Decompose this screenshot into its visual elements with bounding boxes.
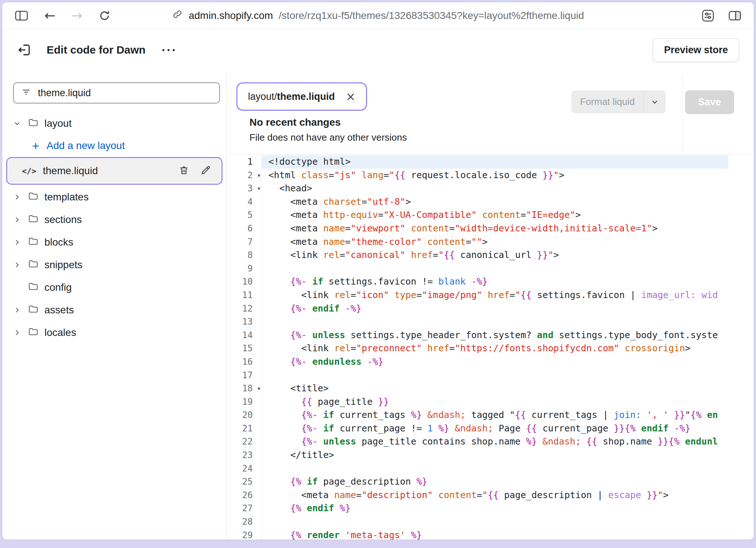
code-line[interactable]: 11 <link rel="icon" type="image/png" hre…: [227, 289, 728, 302]
sidebar-item-locales[interactable]: locales: [2, 321, 227, 344]
sidebar-item-config[interactable]: config: [2, 276, 227, 299]
folder-icon: [28, 236, 39, 249]
code-text: <link rel="canonical" href="{{ canonical…: [262, 248, 728, 262]
preview-store-button[interactable]: Preview store: [653, 38, 739, 62]
format-liquid-button[interactable]: Format liquid: [571, 90, 666, 113]
url-path: /store/rzq1xu-f5/themes/132683530345?key…: [279, 10, 584, 21]
line-number: 10: [227, 275, 262, 289]
sidebar-item-snippets[interactable]: snippets: [2, 254, 227, 276]
line-number: 5: [227, 208, 262, 222]
code-line[interactable]: 13: [227, 315, 728, 329]
more-actions-button[interactable]: ···: [162, 46, 177, 54]
sidebar-toggle-icon[interactable]: [15, 10, 28, 21]
add-layout-button[interactable]: + Add a new layout: [2, 135, 227, 157]
chevron-right-icon[interactable]: [12, 238, 22, 247]
format-options-dropdown[interactable]: [644, 90, 666, 113]
chevron-right-icon[interactable]: [12, 193, 22, 201]
format-liquid-label: Format liquid: [571, 90, 644, 113]
trash-icon[interactable]: [178, 165, 189, 177]
code-line[interactable]: 18▾ <title>: [227, 382, 728, 395]
code-text: <meta name="description" content="{{ pag…: [262, 489, 728, 502]
code-line[interactable]: 23 </title>: [227, 449, 728, 462]
code-line[interactable]: 8 <link rel="canonical" href="{{ canonic…: [227, 248, 728, 262]
browser-right-icons: [701, 9, 741, 22]
sidebar-item-templates[interactable]: templates: [2, 186, 227, 208]
line-number: 2▾: [227, 169, 262, 182]
code-text: {%- if current_tags %} &ndash; tagged "{…: [262, 408, 728, 422]
sidebar-item-theme-liquid[interactable]: </> theme.liquid: [8, 159, 221, 183]
folder-icon: [28, 304, 39, 317]
code-text: [262, 515, 728, 529]
line-number: 20: [227, 408, 262, 422]
active-tab-focus-ring: layout/theme.liquid ×: [236, 82, 367, 111]
code-editor[interactable]: 1<!doctype html>2▾<html class="js" lang=…: [227, 154, 754, 540]
folder-icon: [28, 191, 39, 204]
folder-icon: [28, 281, 39, 294]
code-line[interactable]: 29 {% render 'meta-tags' %}: [227, 529, 728, 540]
code-line[interactable]: 3▾ <head>: [227, 182, 728, 195]
back-icon[interactable]: ←: [44, 9, 55, 22]
fold-chevron-icon[interactable]: ▾: [257, 382, 260, 396]
code-line[interactable]: 7 <meta name="theme-color" content="">: [227, 235, 728, 249]
file-tree: layout + Add a new layout </> theme.liqu…: [2, 112, 227, 344]
edit-icon[interactable]: [200, 165, 211, 177]
code-line[interactable]: 5 <meta http-equiv="X-UA-Compatible" con…: [227, 208, 728, 222]
code-text: <title>: [262, 382, 728, 395]
folder-icon: [28, 326, 39, 340]
forward-icon[interactable]: →: [71, 9, 82, 22]
code-text: <meta http-equiv="X-UA-Compatible" conte…: [262, 208, 728, 222]
tune-icon[interactable]: [701, 9, 714, 22]
fold-chevron-icon[interactable]: ▾: [257, 169, 260, 183]
code-line[interactable]: 4 <meta charset="utf-8">: [227, 195, 728, 209]
close-tab-icon[interactable]: ×: [346, 91, 356, 102]
code-line[interactable]: 9: [227, 262, 728, 275]
line-number: 15: [227, 342, 262, 355]
code-line[interactable]: 1<!doctype html>: [227, 155, 728, 169]
line-number: 3▾: [227, 182, 262, 195]
sidebar-item-assets[interactable]: assets: [2, 299, 227, 321]
tab-theme-liquid[interactable]: layout/theme.liquid ×: [239, 85, 364, 108]
file-search-input[interactable]: [38, 87, 212, 99]
sidebar-item-layout[interactable]: layout: [2, 112, 227, 135]
chevron-right-icon[interactable]: [12, 261, 22, 269]
line-number: 26: [227, 489, 262, 502]
code-line[interactable]: 10 {%- if settings.favicon != blank -%}: [227, 275, 728, 289]
code-lines: 1<!doctype html>2▾<html class="js" lang=…: [227, 155, 728, 540]
chevron-right-icon[interactable]: [12, 215, 22, 224]
folder-icon: [28, 213, 39, 227]
code-line[interactable]: 25 {% if page_description %}: [227, 475, 728, 489]
sidebar-item-sections[interactable]: sections: [2, 208, 227, 231]
code-line[interactable]: 14 {%- unless settings.type_header_font.…: [227, 329, 728, 342]
content-area: layout + Add a new layout </> theme.liqu…: [2, 71, 754, 540]
code-line[interactable]: 2▾<html class="js" lang="{{ request.loca…: [227, 169, 728, 182]
chevron-right-icon[interactable]: [12, 328, 22, 337]
line-number: 1: [227, 155, 262, 169]
folder-label: assets: [44, 304, 74, 316]
folder-label: snippets: [44, 259, 82, 271]
code-line[interactable]: 17: [227, 369, 728, 382]
code-file-icon: </>: [22, 167, 36, 176]
code-line[interactable]: 21 {%- if current_page != 1 %} &ndash; P…: [227, 422, 728, 435]
code-line[interactable]: 28: [227, 515, 728, 529]
code-line[interactable]: 22 {%- unless page_title contains shop.n…: [227, 435, 728, 449]
code-line[interactable]: 6 <meta name="viewport" content="width=d…: [227, 222, 728, 235]
file-search-box[interactable]: [13, 82, 220, 103]
reload-icon[interactable]: [98, 9, 111, 22]
code-line[interactable]: 12 {%- endif -%}: [227, 302, 728, 316]
code-line[interactable]: 24: [227, 462, 728, 475]
code-line[interactable]: 26 <meta name="description" content="{{ …: [227, 489, 728, 502]
sidebar-item-blocks[interactable]: blocks: [2, 231, 227, 254]
exit-editor-icon[interactable]: [17, 42, 32, 58]
line-number: 16: [227, 355, 262, 369]
code-line[interactable]: 20 {%- if current_tags %} &ndash; tagged…: [227, 408, 728, 422]
code-line[interactable]: 27 {% endif %}: [227, 502, 728, 515]
address-bar[interactable]: admin.shopify.com/store/rzq1xu-f5/themes…: [172, 2, 584, 29]
save-button[interactable]: Save: [685, 90, 734, 114]
code-line[interactable]: 15 <link rel="preconnect" href="https://…: [227, 342, 728, 355]
fold-chevron-icon[interactable]: ▾: [257, 182, 260, 196]
split-view-icon[interactable]: [728, 10, 741, 21]
code-line[interactable]: 16 {%- endunless -%}: [227, 355, 728, 369]
code-line[interactable]: 19 {{ page_title }}: [227, 395, 728, 409]
chevron-down-icon[interactable]: [12, 119, 22, 128]
chevron-right-icon[interactable]: [12, 306, 22, 314]
